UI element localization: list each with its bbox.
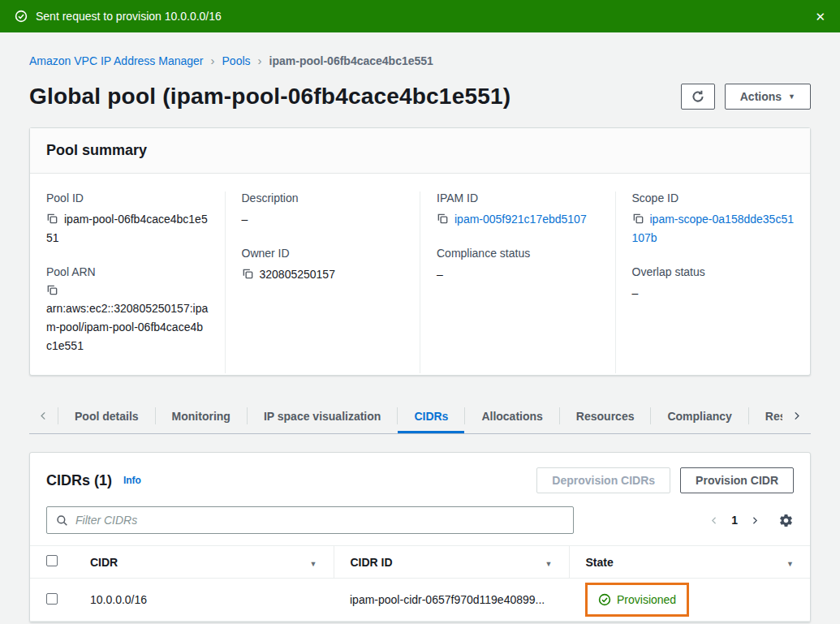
tab-resources[interactable]: Resources xyxy=(560,398,651,433)
deprovision-cidrs-button: Deprovision CIDRs xyxy=(536,467,670,493)
field-label: Compliance status xyxy=(437,247,599,260)
copy-icon[interactable] xyxy=(242,268,254,280)
sort-icon[interactable]: ▼ xyxy=(310,560,317,568)
page-number[interactable]: 1 xyxy=(731,514,738,527)
breadcrumb-separator-icon: › xyxy=(258,54,262,67)
tabs: Pool details Monitoring IP space visuali… xyxy=(29,398,811,434)
field-label: Description xyxy=(242,192,404,204)
column-label: State xyxy=(586,556,614,569)
breadcrumb-separator-icon: › xyxy=(211,54,215,67)
filter-cidrs-input[interactable] xyxy=(75,512,564,528)
sort-icon[interactable]: ▼ xyxy=(786,560,794,568)
field-label: IPAM ID xyxy=(437,192,599,204)
previous-page-icon xyxy=(710,515,718,526)
column-header-cidr[interactable]: CIDR▼ xyxy=(74,546,334,579)
tab-pool-details[interactable]: Pool details xyxy=(58,398,155,433)
column-header-cidr-id[interactable]: CIDR ID▼ xyxy=(334,546,569,579)
field-label: Scope ID xyxy=(632,192,795,204)
info-link[interactable]: Info xyxy=(123,475,141,486)
summary-column-3: IPAM ID ipam-005f921c17ebd5107 Complianc… xyxy=(420,192,615,373)
field-value: – xyxy=(437,265,599,284)
tab-compliancy[interactable]: Compliancy xyxy=(651,398,747,433)
breadcrumb-link-ipam[interactable]: Amazon VPC IP Address Manager xyxy=(29,54,204,67)
pagination: 1 xyxy=(710,513,794,528)
refresh-button[interactable] xyxy=(681,84,715,110)
cidrs-title: CIDRs (1) xyxy=(46,472,112,488)
actions-button[interactable]: Actions ▼ xyxy=(725,84,811,110)
breadcrumb-link-pools[interactable]: Pools xyxy=(222,54,251,67)
provision-cidr-button[interactable]: Provision CIDR xyxy=(680,467,794,493)
tab-allocations[interactable]: Allocations xyxy=(465,398,558,433)
field-value: arn:aws:ec2::320805250157:ipam-pool/ipam… xyxy=(46,299,209,355)
select-all-checkbox[interactable] xyxy=(46,555,58,566)
cidrs-card-header: CIDRs (1) Info Deprovision CIDRs Provisi… xyxy=(30,453,810,505)
success-icon xyxy=(15,10,28,23)
tab-cidrs[interactable]: CIDRs xyxy=(398,398,464,433)
field-description: Description – xyxy=(242,192,404,229)
copy-icon[interactable] xyxy=(46,213,58,225)
table-row: 10.0.0.0/16 ipam-pool-cidr-0657f970d119e… xyxy=(30,579,810,622)
cidrs-table: CIDR▼ CIDR ID▼ State▼ 10.0.0.0/16 ipam-p… xyxy=(30,545,810,622)
annotation-highlight: Provisioned xyxy=(585,583,689,617)
filter-box[interactable] xyxy=(46,506,574,534)
state-badge: Provisioned xyxy=(598,593,676,606)
field-label: Pool ID xyxy=(46,192,209,204)
pool-summary-title: Pool summary xyxy=(46,142,147,158)
breadcrumb-current: ipam-pool-06fb4cace4bc1e551 xyxy=(269,54,433,67)
summary-column-2: Description – Owner ID 320805250157 xyxy=(225,192,420,373)
cidrs-card: CIDRs (1) Info Deprovision CIDRs Provisi… xyxy=(29,452,811,622)
field-pool-id: Pool ID ipam-pool-06fb4cace4bc1e551 xyxy=(46,192,209,247)
next-page-icon[interactable] xyxy=(751,515,759,526)
field-overlap-status: Overlap status – xyxy=(632,265,795,303)
cell-cidr: 10.0.0.0/16 xyxy=(74,579,334,622)
actions-button-label: Actions xyxy=(740,90,782,103)
field-label: Pool ARN xyxy=(46,265,209,278)
field-scope-id: Scope ID ipam-scope-0a158dde35c51107b xyxy=(632,192,795,247)
gear-icon[interactable] xyxy=(778,513,794,528)
field-pool-arn: Pool ARN arn:aws:ec2::320805250157:ipam-… xyxy=(46,265,209,355)
refresh-icon xyxy=(691,90,704,103)
tabs-scroll-left-icon[interactable] xyxy=(29,398,58,433)
breadcrumb: Amazon VPC IP Address Manager › Pools › … xyxy=(29,54,811,67)
tab-monitoring[interactable]: Monitoring xyxy=(156,398,247,433)
cell-state: Provisioned xyxy=(569,579,810,622)
field-value: – xyxy=(632,284,795,303)
table-controls: 1 xyxy=(30,505,810,545)
summary-column-1: Pool ID ipam-pool-06fb4cace4bc1e551 Pool… xyxy=(30,192,225,373)
column-label: CIDR xyxy=(90,556,118,569)
field-value: 320805250157 xyxy=(260,268,335,281)
scope-id-link[interactable]: ipam-scope-0a158dde35c51107b xyxy=(632,213,794,244)
cell-cidr-id: ipam-pool-cidr-0657f970d119e40899... xyxy=(334,579,569,622)
page-title: Global pool (ipam-pool-06fb4cace4bc1e551… xyxy=(29,84,510,110)
copy-icon[interactable] xyxy=(437,213,449,225)
column-label: CIDR ID xyxy=(351,556,393,569)
page-header: Global pool (ipam-pool-06fb4cace4bc1e551… xyxy=(29,84,811,110)
flash-banner: Sent request to provision 10.0.0.0/16 ✕ xyxy=(0,0,840,32)
field-ipam-id: IPAM ID ipam-005f921c17ebd5107 xyxy=(437,192,599,229)
row-checkbox[interactable] xyxy=(46,593,58,605)
flash-message: Sent request to provision 10.0.0.0/16 xyxy=(36,10,222,23)
pool-summary-header: Pool summary xyxy=(30,128,810,174)
state-label: Provisioned xyxy=(617,593,676,606)
column-header-state[interactable]: State▼ xyxy=(569,546,810,579)
caret-down-icon: ▼ xyxy=(788,93,795,101)
search-icon xyxy=(56,514,68,527)
provisioned-check-icon xyxy=(598,593,611,606)
field-owner-id: Owner ID 320805250157 xyxy=(242,247,404,284)
copy-icon[interactable] xyxy=(46,284,58,296)
field-value: ipam-pool-06fb4cace4bc1e551 xyxy=(46,213,208,244)
pool-summary-body: Pool ID ipam-pool-06fb4cace4bc1e551 Pool… xyxy=(30,174,810,375)
tabs-scroll-right-icon[interactable] xyxy=(782,398,811,432)
tab-ip-space-visualization[interactable]: IP space visualization xyxy=(248,398,397,433)
table-header-row: CIDR▼ CIDR ID▼ State▼ xyxy=(30,546,810,579)
sort-icon[interactable]: ▼ xyxy=(545,560,553,568)
pool-summary-card: Pool summary Pool ID ipam-pool-06fb4cace… xyxy=(29,127,811,376)
close-icon[interactable]: ✕ xyxy=(815,11,825,23)
copy-icon[interactable] xyxy=(632,213,644,225)
field-label: Owner ID xyxy=(242,247,404,260)
field-value: – xyxy=(242,210,404,229)
ipam-id-link[interactable]: ipam-005f921c17ebd5107 xyxy=(454,213,587,226)
field-compliance-status: Compliance status – xyxy=(437,247,599,284)
field-label: Overlap status xyxy=(632,265,795,278)
summary-column-4: Scope ID ipam-scope-0a158dde35c51107b Ov… xyxy=(615,192,811,373)
